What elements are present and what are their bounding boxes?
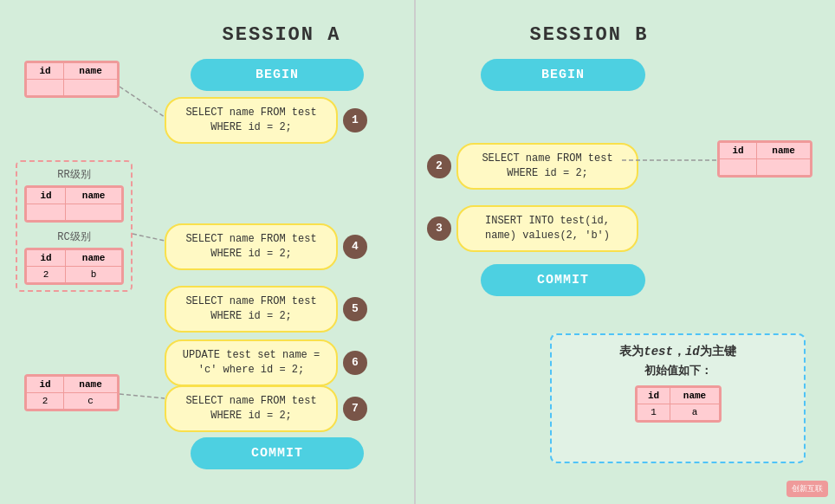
rr-rc-box: RR级别 idname RC级别 idname 2b	[16, 160, 133, 292]
svg-line-2	[120, 394, 165, 398]
session-b-step3: 3 INSERT INTO test(id,name) values(2, 'b…	[427, 205, 638, 252]
info-table: idname 1a	[635, 385, 722, 423]
svg-line-0	[120, 87, 165, 117]
watermark: 创新互联	[786, 481, 828, 497]
rc-table: idname 2b	[24, 248, 124, 285]
step7-sql: SELECT name FROM testWHERE id = 2;	[165, 385, 338, 432]
rr-label: RR级别	[24, 167, 124, 182]
rr-table: idname	[24, 185, 124, 223]
main-container: SESSION A SESSION B BEGIN SELECT name FR…	[0, 0, 835, 504]
divider-line	[414, 0, 416, 504]
step3-badge: 3	[427, 216, 451, 241]
col-id: id	[27, 63, 64, 80]
session-a-step7: SELECT name FROM testWHERE id = 2; 7	[165, 385, 367, 432]
info-line2: 初始值如下：	[566, 363, 790, 378]
step2-sql: SELECT name FROM testWHERE id = 2;	[456, 143, 638, 190]
step1-badge: 1	[343, 108, 367, 132]
info-box: 表为test，id为主键 初始值如下： idname 1a	[550, 333, 806, 463]
session-a-commit-button[interactable]: COMMIT	[191, 437, 364, 469]
session-a-step4: SELECT name FROM testWHERE id = 2; 4	[165, 223, 367, 270]
session-b-title: SESSION B	[494, 24, 684, 46]
step5-badge: 5	[343, 297, 367, 321]
session-a-title: SESSION A	[173, 24, 390, 46]
session-b-commit-button[interactable]: COMMIT	[481, 264, 645, 296]
col-name: name	[64, 63, 118, 80]
step6-badge: 6	[343, 351, 367, 375]
svg-line-1	[133, 234, 165, 241]
step6-sql: UPDATE test set name ='c' where id = 2;	[165, 339, 338, 386]
step5-sql: SELECT name FROM testWHERE id = 2;	[165, 286, 338, 333]
session-a-step5: SELECT name FROM testWHERE id = 2; 5	[165, 286, 367, 333]
step4-sql: SELECT name FROM testWHERE id = 2;	[165, 223, 338, 270]
session-a-begin-button[interactable]: BEGIN	[191, 59, 364, 91]
bottom-left-table: idname 2c	[24, 374, 120, 411]
step2-badge: 2	[427, 154, 451, 178]
step4-badge: 4	[343, 235, 367, 259]
session-b-step2: 2 SELECT name FROM testWHERE id = 2;	[427, 143, 638, 190]
session-a-step1: SELECT name FROM testWHERE id = 2; 1	[165, 97, 367, 144]
right-side-table: idname	[717, 140, 812, 178]
session-b-begin-button[interactable]: BEGIN	[481, 59, 645, 91]
session-a-step6: UPDATE test set name ='c' where id = 2; …	[165, 339, 367, 386]
info-line1: 表为test，id为主键	[566, 344, 790, 359]
step7-badge: 7	[343, 397, 367, 421]
step3-sql: INSERT INTO test(id,name) values(2, 'b')	[456, 205, 638, 252]
rc-label: RC级别	[24, 229, 124, 244]
top-left-table: idname	[24, 61, 120, 98]
step1-sql: SELECT name FROM testWHERE id = 2;	[165, 97, 338, 144]
